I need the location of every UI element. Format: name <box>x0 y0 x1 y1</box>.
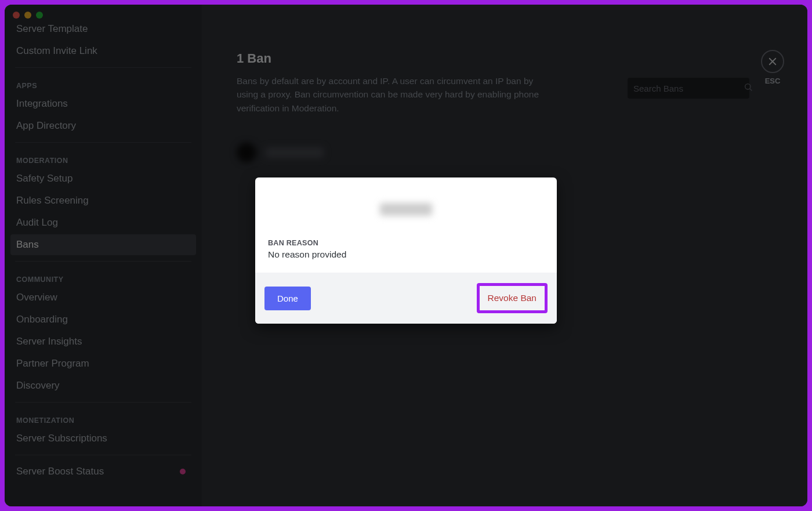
modal-username <box>380 203 432 216</box>
revoke-ban-button[interactable]: Revoke Ban <box>483 289 541 307</box>
ban-reason-label: BAN REASON <box>268 239 544 247</box>
ban-reason-text: No reason provided <box>268 249 544 260</box>
done-button[interactable]: Done <box>264 287 311 310</box>
revoke-highlight: Revoke Ban <box>477 283 548 313</box>
modal-footer: Done Revoke Ban <box>255 273 557 324</box>
ban-details-modal: BAN REASON No reason provided Done Revok… <box>255 177 557 324</box>
